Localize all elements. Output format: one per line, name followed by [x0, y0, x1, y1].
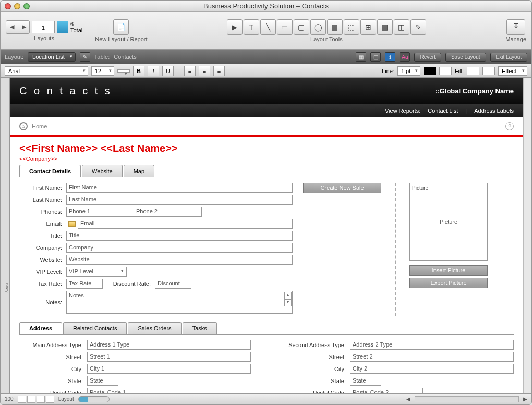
info-icon[interactable]: ℹ — [385, 52, 395, 62]
addr2-street-label: Street: — [282, 354, 350, 360]
tab-contact-details[interactable]: Contact Details — [19, 165, 81, 177]
horizontal-scrollbar[interactable] — [415, 396, 519, 402]
text-tool-icon[interactable]: T — [244, 19, 259, 35]
home-link[interactable]: Home — [32, 123, 47, 129]
manage-button[interactable]: 🗄 — [506, 19, 525, 35]
last-name-field[interactable]: Last Name — [66, 195, 293, 205]
line-tool-icon[interactable]: ╲ — [260, 19, 276, 35]
phone2-field[interactable]: Phone 2 — [134, 207, 202, 217]
record-number[interactable]: 1 — [32, 21, 55, 33]
fill-pattern-swatch[interactable] — [482, 67, 495, 75]
oval-tool-icon[interactable]: ◯ — [310, 19, 326, 35]
bold-button[interactable]: B — [133, 66, 144, 76]
addr1-city-field[interactable]: City 1 — [87, 364, 251, 374]
company-field[interactable]: Company — [66, 243, 293, 253]
prev-record-icon[interactable]: ◀ — [6, 21, 18, 33]
field-tool-icon[interactable]: ▦ — [327, 19, 343, 35]
new-layout-button[interactable]: 📄 — [113, 19, 129, 35]
tab-tool-icon[interactable]: ⊞ — [360, 19, 376, 35]
tab-related-contacts[interactable]: Related Contacts — [63, 322, 127, 334]
sb-icon-4[interactable] — [46, 396, 54, 403]
tax-field[interactable]: Tax Rate — [66, 279, 103, 289]
vertical-scrollbar[interactable] — [523, 78, 531, 393]
style-dropdown[interactable] — [117, 69, 130, 73]
tab-sales-orders[interactable]: Sales Orders — [128, 322, 181, 334]
sb-icon-2[interactable] — [27, 396, 35, 403]
line-style-swatch[interactable] — [439, 67, 452, 75]
addr2-city-field[interactable]: City 2 — [350, 364, 514, 374]
help-icon[interactable]: ? — [505, 122, 514, 130]
notes-field[interactable]: Notes ▴▾ — [66, 291, 293, 314]
addr1-type-field[interactable]: Address 1 Type — [87, 340, 251, 350]
addr2-type-field[interactable]: Address 2 Type — [350, 340, 514, 350]
align-left-button[interactable]: ≡ — [184, 66, 196, 76]
align-center-button[interactable]: ≡ — [199, 66, 210, 76]
roundrect-tool-icon[interactable]: ▢ — [294, 19, 309, 35]
phone1-field[interactable]: Phone 1 — [66, 207, 134, 217]
vip-label: VIP Level: — [19, 269, 66, 275]
contact-list-link[interactable]: Contact List — [428, 108, 458, 114]
email-field[interactable]: Email — [78, 219, 293, 229]
email-icon[interactable] — [68, 221, 76, 227]
vip-dropdown-icon[interactable]: ▾ — [118, 267, 127, 277]
layout-dropdown[interactable]: Location List — [28, 52, 76, 62]
vip-field[interactable]: VIP Level — [66, 267, 118, 277]
rect-tool-icon[interactable]: ▭ — [277, 19, 293, 35]
webviewer-tool-icon[interactable]: ✎ — [410, 19, 426, 35]
create-sale-button[interactable]: Create New Sale — [303, 183, 381, 193]
portal-tool-icon[interactable]: ▤ — [377, 19, 393, 35]
chart-tool-icon[interactable]: ◫ — [394, 19, 409, 35]
addr1-state-field[interactable]: State — [87, 376, 118, 386]
company-merge-field[interactable]: ::Global Company Name — [435, 87, 514, 95]
address-labels-link[interactable]: Address Labels — [474, 108, 514, 114]
tab-tasks[interactable]: Tasks — [183, 322, 217, 334]
scroll-left-icon[interactable]: ◀ — [406, 396, 410, 402]
font-dropdown[interactable]: Arial — [5, 66, 88, 76]
aa-icon[interactable]: Aa — [400, 52, 410, 62]
zoom-level[interactable]: 100 — [5, 396, 14, 402]
toggle2-icon[interactable]: ◫ — [370, 52, 381, 62]
sb-icon-3[interactable] — [37, 396, 45, 403]
notes-down-icon[interactable]: ▾ — [284, 299, 292, 306]
line-color-swatch[interactable] — [424, 67, 436, 75]
addr1-street-field[interactable]: Street 1 — [87, 352, 251, 362]
next-record-icon[interactable]: ▶ — [18, 21, 29, 33]
underline-button[interactable]: U — [162, 66, 174, 76]
addr2-postal-field[interactable]: Postal Code 2 — [350, 388, 423, 393]
tab-website[interactable]: Website — [82, 165, 123, 177]
insert-picture-button[interactable]: Insert Picture — [409, 265, 488, 276]
record-nav[interactable]: ◀ ▶ — [6, 20, 30, 34]
toggle1-icon[interactable]: ▦ — [356, 52, 366, 62]
layout-canvas[interactable]: C o n t a c t s ::Global Company Name Vi… — [10, 78, 523, 393]
discount-field[interactable]: Discount — [155, 279, 191, 289]
notes-up-icon[interactable]: ▴ — [284, 292, 292, 299]
picture-container[interactable]: Picture Picture — [409, 183, 488, 261]
title-field[interactable]: Title — [66, 231, 293, 241]
pointer-tool-icon[interactable]: ▶ — [227, 19, 243, 35]
align-right-button[interactable]: ≡ — [213, 66, 225, 76]
exit-layout-button[interactable]: Exit Layout — [490, 53, 527, 62]
edit-layout-icon[interactable]: ✎ — [80, 52, 90, 62]
name-merge-field[interactable]: <<First Name>> <<Last Name>> — [19, 142, 514, 154]
save-layout-button[interactable]: Save Layout — [445, 53, 486, 62]
size-dropdown[interactable]: 12 — [91, 66, 114, 76]
tab-map[interactable]: Map — [124, 165, 154, 177]
effect-dropdown[interactable]: Effect — [498, 66, 527, 76]
revert-button[interactable]: Revert — [414, 53, 441, 62]
tab-address[interactable]: Address — [19, 322, 62, 334]
export-picture-button[interactable]: Export Picture — [409, 278, 488, 288]
home-icon[interactable]: ⌂ — [19, 122, 28, 130]
fill-color-swatch[interactable] — [467, 67, 479, 75]
company-merge-small[interactable]: <<Company>> — [19, 156, 514, 162]
line-width-dropdown[interactable]: 1 pt — [397, 66, 420, 76]
addr1-postal-field[interactable]: Postal Code 1 — [87, 388, 160, 393]
italic-button[interactable]: I — [148, 66, 159, 76]
new-layout-label: New Layout / Report — [95, 36, 147, 42]
website-field[interactable]: Website — [66, 255, 293, 265]
sb-icon-1[interactable] — [18, 396, 26, 403]
button-tool-icon[interactable]: ⬚ — [344, 19, 359, 35]
first-name-field[interactable]: First Name — [66, 183, 293, 193]
addr2-street-field[interactable]: Street 2 — [350, 352, 514, 362]
addr2-state-field[interactable]: State — [350, 376, 381, 386]
scroll-right-icon[interactable]: ▶ — [523, 396, 527, 402]
